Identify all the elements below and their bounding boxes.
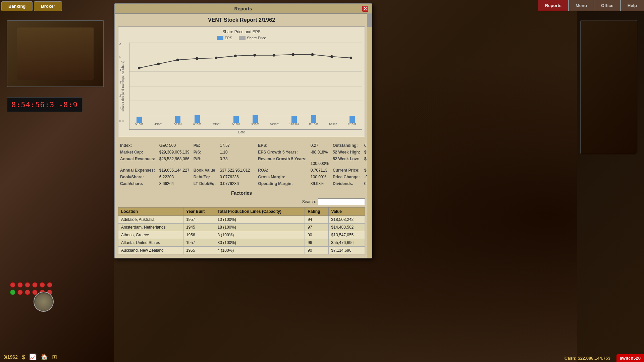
y-axis-ticks: 6 5 4 3 2 1 0.0	[119, 43, 124, 123]
eps-label: EPS:	[258, 143, 267, 148]
cell-location: Atlanta, United States	[118, 239, 183, 247]
annual-revenues-label: Annual Revenues:	[120, 157, 155, 161]
revenue-growth-value: - 100.000%	[311, 157, 329, 166]
pb-value: 0.78	[220, 157, 227, 161]
cell-value: $55,476,696	[328, 239, 365, 247]
ps-value: 1.10	[220, 150, 227, 155]
pe-label: PE:	[194, 143, 200, 148]
window-scrollbar[interactable]	[367, 13, 372, 258]
price-change-label: Price Change:	[333, 175, 360, 179]
chart-area: Share Price (and Earnings Per Share) 6 5…	[121, 43, 362, 130]
report-title: VENT Stock Report 2/1962	[118, 17, 365, 23]
stats-row-4: Annual Expenses: $19,635,144,227 Book Va…	[118, 167, 372, 174]
ps-label: P/S:	[194, 150, 201, 155]
home-icon: 🏠	[41, 353, 48, 361]
left-sidebar-bg: 8:54:56:3 -8:9	[0, 0, 114, 362]
cell-rating: 94	[305, 216, 328, 224]
cell-production: 10 (100%)	[215, 216, 305, 224]
chart-dot-10	[330, 55, 333, 58]
col-year-built: Year Built	[183, 207, 215, 216]
drawer-knob	[34, 292, 54, 312]
gross-margin-value: 100.00%	[311, 175, 326, 179]
cell-value: $18,503,242	[328, 216, 365, 224]
window-close-button[interactable]: ✕	[362, 6, 368, 12]
menu-nav-button[interactable]: Menu	[569, 0, 594, 11]
right-cabinet	[580, 20, 637, 154]
book-value-label: Book Value	[194, 168, 215, 173]
window-title-bar-label: Reports	[124, 6, 362, 11]
search-input[interactable]	[318, 198, 365, 205]
window-body: VENT Stock Report 2/1962 Share Price and…	[115, 14, 372, 258]
roa-label: ROA:	[258, 168, 268, 173]
eps-growth-value: -88.018%	[311, 150, 328, 155]
stats-row-3: Annual Revenues: $26,532,968,086 P/B: 0.…	[118, 156, 372, 167]
cell-rating: 97	[305, 224, 328, 231]
cell-production: 30 (100%)	[215, 239, 305, 247]
index-label: Index:	[120, 143, 132, 148]
cell-year-built: 1956	[183, 231, 215, 239]
chart-dot-0	[138, 67, 141, 69]
eps-value: 0.27	[311, 143, 318, 148]
chart-icon: 📈	[29, 353, 37, 361]
chart-dot-8	[292, 53, 294, 56]
book-value-value: $37,522,951,012	[220, 168, 250, 173]
office-nav-button[interactable]: Office	[594, 0, 621, 11]
status-bar: 3/1962 $ 📈 🏠 ⊞	[0, 352, 60, 362]
top-right-nav: Reports Menu Office Help	[538, 0, 644, 11]
reports-nav-button[interactable]: Reports	[538, 0, 569, 11]
stats-section: Index: G&C 500 PE: 17.57 EPS: 0.27 Outst…	[118, 142, 365, 187]
help-nav-button[interactable]: Help	[621, 0, 644, 11]
cell-location: Auckland, New Zealand	[118, 247, 183, 254]
week52-low-label: 52 Week Low:	[333, 157, 359, 161]
table-row: Amsterdam, Netherlands 1945 18 (100%) 97…	[118, 224, 365, 231]
cash-share-value: 3.66264	[159, 181, 174, 186]
x-axis-labels: 3/1961 4/1961 5/1961 6/1961 7/1961 8/196…	[129, 123, 362, 129]
cell-year-built: 1955	[183, 247, 215, 254]
background-photo	[7, 20, 104, 87]
annual-expenses-value: $19,635,144,227	[159, 168, 190, 173]
broker-button[interactable]: Broker	[34, 1, 62, 11]
chart-dot-9	[311, 53, 314, 56]
cell-year-built: 1945	[183, 224, 215, 231]
cell-value: $14,488,502	[328, 224, 365, 231]
dividends-label: Dividends:	[333, 181, 353, 186]
gross-margin-label: Gross Margin:	[258, 175, 285, 179]
cash-display: Cash: $22,088,144,753	[565, 356, 610, 361]
chart-dot-4	[215, 57, 217, 59]
chart-legend: EPS Share Price	[121, 36, 362, 40]
report-window: Reports ✕ VENT Stock Report 2/1962 Share…	[114, 3, 372, 258]
cell-production: 18 (100%)	[215, 224, 305, 231]
eps-growth-label: EPS Growth 5 Years:	[258, 150, 298, 155]
chart-title: Share Price and EPS	[121, 29, 362, 34]
search-bar: Search:	[118, 198, 365, 205]
lt-debt-eq-label: LT Debt/Eq:	[194, 181, 216, 186]
chart-date-label: Date	[121, 130, 362, 134]
top-left-nav: Banking Broker	[0, 0, 63, 12]
nintendo-logo: switch520	[616, 354, 644, 362]
cell-value: $7,114,696	[328, 247, 365, 254]
factories-title: Factories	[118, 190, 365, 196]
cell-location: Adelaide, Australia	[118, 216, 183, 224]
banking-button[interactable]: Banking	[1, 1, 33, 11]
cell-year-built: 1957	[183, 216, 215, 224]
cash-share-label: Cash/share:	[120, 181, 143, 186]
market-cap-label: Market Cap:	[120, 150, 143, 155]
cell-production: 8 (100%)	[215, 231, 305, 239]
market-cap-value: $29,309,005,139	[159, 150, 190, 155]
table-row: Auckland, New Zealand 1955 4 (100%) 90 $…	[118, 247, 365, 254]
chart-dot-1	[157, 63, 160, 65]
cell-location: Athens, Greece	[118, 231, 183, 239]
roa-value: 0.707113	[311, 168, 327, 173]
stats-row-1: Index: G&C 500 PE: 17.57 EPS: 0.27 Outst…	[118, 142, 372, 149]
operating-margin-value: 39.98%	[311, 181, 324, 186]
chart-dot-7	[273, 54, 275, 57]
scrollbar-thumb[interactable]	[367, 13, 372, 27]
legend-share-price-color	[239, 36, 246, 40]
grid-icon: ⊞	[52, 353, 57, 361]
pe-value: 17.57	[220, 143, 230, 148]
book-share-label: Book/Share:	[120, 175, 144, 179]
line-chart-svg	[129, 43, 362, 123]
dollar-icon: $	[22, 354, 25, 361]
book-share-value: 6.22203	[159, 175, 174, 179]
cell-year-built: 1957	[183, 239, 215, 247]
